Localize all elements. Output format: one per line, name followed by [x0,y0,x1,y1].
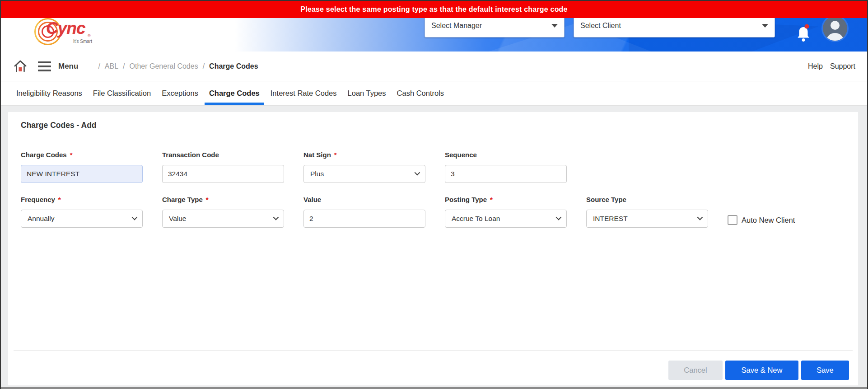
charge-codes-input[interactable] [21,165,143,183]
auto-new-client-label: Auto New Client [742,216,795,225]
tab-loan-types[interactable]: Loan Types [343,81,391,105]
caret-down-icon [762,24,768,28]
field-label: Frequency * [21,196,143,203]
logo-brand-text: Cync [46,19,85,38]
chevron-down-icon [132,214,138,220]
field-label: Posting Type * [445,196,567,203]
notifications-bell-icon[interactable] [796,23,811,43]
support-link[interactable]: Support [830,62,855,70]
cancel-button[interactable]: Cancel [668,361,723,380]
field-charge-codes: Charge Codes * [21,151,143,183]
form-actions: Cancel Save & New Save [14,350,853,385]
breadcrumb: / ABL / Other General Codes / Charge Cod… [98,62,258,70]
field-value: Value [303,196,425,229]
auto-new-client-checkbox[interactable] [728,215,737,225]
tab-exceptions[interactable]: Exceptions [157,81,203,105]
menu-label[interactable]: Menu [58,62,78,71]
home-icon[interactable] [14,60,27,73]
person-icon [823,16,847,41]
field-nat-sign: Nat Sign * Plus [303,151,425,183]
save-and-new-button[interactable]: Save & New [725,361,798,380]
validation-message: Please select the same posting type as t… [300,5,567,14]
source-type-select[interactable]: INTEREST [586,210,708,228]
field-sequence: Sequence [445,151,567,183]
tab-bar: Ineligibility Reasons File Classificatio… [1,81,867,106]
required-asterisk: * [334,151,337,159]
logo-tagline: It's Smart [73,39,92,44]
breadcrumb-separator: / [123,62,125,70]
field-label: Charge Type * [162,196,284,203]
breadcrumb-item-charge-codes: Charge Codes [209,62,258,70]
select-manager-value: Select Manager [431,22,546,30]
chevron-down-icon [415,169,420,175]
tab-interest-rate-codes[interactable]: Interest Rate Codes [266,81,341,105]
tab-charge-codes[interactable]: Charge Codes [205,81,264,105]
chevron-down-icon [697,214,703,220]
breadcrumb-item-abl[interactable]: ABL [105,62,118,70]
field-charge-type: Charge Type * Value [162,196,284,229]
breadcrumb-separator: / [98,62,100,70]
breadcrumb-bar: Menu / ABL / Other General Codes / Charg… [1,52,867,81]
field-label: Value [303,196,425,203]
chevron-down-icon [273,214,279,220]
logo-registered-mark: ® [88,33,91,38]
charge-codes-add-panel: Charge Codes - Add Charge Codes * Transa… [8,112,858,385]
required-asterisk: * [70,151,73,159]
charge-type-select[interactable]: Value [162,210,284,228]
tab-cash-controls[interactable]: Cash Controls [392,81,449,105]
posting-type-select[interactable]: Accrue To Loan [445,210,567,228]
sequence-input[interactable] [445,165,567,183]
menu-hamburger-icon[interactable] [38,61,51,71]
field-posting-type: Posting Type * Accrue To Loan [445,196,567,229]
app-header: Cync ® It's Smart Select Manager Select … [1,18,867,52]
tab-file-classification[interactable]: File Classification [89,81,155,105]
field-source-type: Source Type INTEREST [586,196,708,229]
nat-sign-select[interactable]: Plus [303,165,425,183]
panel-title: Charge Codes - Add [8,112,858,138]
required-asterisk: * [490,196,493,203]
caret-down-icon [551,24,558,28]
chevron-down-icon [556,214,562,220]
frequency-select[interactable]: Annually [21,210,143,228]
breadcrumb-separator: / [203,62,205,70]
breadcrumb-item-other-general-codes[interactable]: Other General Codes [130,62,198,70]
save-button[interactable]: Save [801,361,849,380]
field-label: Charge Codes * [21,151,143,159]
value-input[interactable] [303,210,425,228]
field-transaction-code: Transaction Code [162,151,284,183]
help-link[interactable]: Help [808,62,823,70]
main-content: Charge Codes - Add Charge Codes * Transa… [1,106,867,389]
field-label: Nat Sign * [303,151,425,159]
validation-banner: Please select the same posting type as t… [1,1,867,18]
field-label: Sequence [445,151,567,159]
field-frequency: Frequency * Annually [21,196,143,229]
transaction-code-input[interactable] [162,165,284,183]
user-avatar[interactable] [823,16,847,41]
required-asterisk: * [58,196,61,203]
tab-ineligibility-reasons[interactable]: Ineligibility Reasons [12,81,87,105]
window-bottom-edge [1,387,867,389]
cync-logo[interactable]: Cync ® It's Smart [34,15,134,52]
required-asterisk: * [206,196,209,203]
select-client-value: Select Client [580,22,756,30]
charge-code-form: Charge Codes * Transaction Code Nat [8,138,858,350]
field-auto-new-client: Auto New Client [728,196,795,229]
field-label: Source Type [586,196,708,203]
app-window: Please select the same posting type as t… [0,0,868,389]
field-label: Transaction Code [162,151,284,159]
